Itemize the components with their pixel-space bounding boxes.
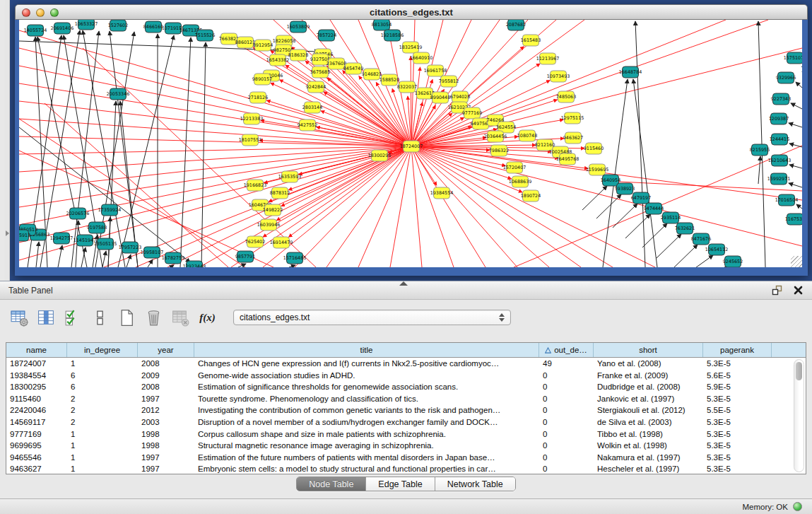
- graph-node[interactable]: 9857791: [235, 251, 255, 262]
- table-row[interactable]: 977716911998Corpus callosum shape and si…: [6, 428, 806, 440]
- split-pane-grip[interactable]: [399, 281, 408, 286]
- graph-node[interactable]: 16782759: [162, 252, 185, 264]
- zoom-window-button[interactable]: [50, 8, 59, 17]
- minimize-window-button[interactable]: [36, 8, 45, 17]
- graph-node[interactable]: 16039946: [257, 219, 281, 230]
- graph-node[interactable]: 16210643: [768, 155, 792, 166]
- delete-table-icon[interactable]: [144, 308, 163, 327]
- graph-node[interactable]: 10973493: [547, 71, 570, 82]
- graph-node[interactable]: 16648784: [619, 66, 642, 78]
- graph-node[interactable]: 8454749: [343, 63, 363, 74]
- graph-node[interactable]: 6479197: [631, 192, 651, 204]
- graph-node[interactable]: 10688639: [509, 176, 532, 187]
- graph-node[interactable]: 1527602: [108, 20, 128, 31]
- graph-node[interactable]: 7625402: [245, 236, 265, 247]
- graph-node[interactable]: 1615483: [521, 35, 541, 46]
- graph-node[interactable]: 18325419: [399, 42, 423, 53]
- graph-node[interactable]: 11599695: [586, 164, 609, 175]
- graph-node[interactable]: 18107553: [239, 134, 262, 146]
- graph-node[interactable]: 8912954: [253, 40, 273, 51]
- table-settings-icon[interactable]: [10, 308, 29, 327]
- graph-node[interactable]: 17359924: [98, 204, 122, 216]
- graph-node[interactable]: 20053346: [107, 88, 130, 100]
- graph-node[interactable]: 15992971: [767, 173, 791, 185]
- float-panel-icon[interactable]: [772, 285, 782, 296]
- graph-node[interactable]: 7857224: [317, 30, 336, 41]
- select-columns-icon[interactable]: [37, 308, 56, 327]
- table-row[interactable]: 946554611997Estimation of the future num…: [6, 452, 806, 464]
- column-header-in_degree[interactable]: in_degree: [67, 343, 138, 357]
- graph-node[interactable]: 9242844: [306, 81, 326, 93]
- graph-node[interactable]: 17957223: [119, 242, 142, 253]
- graph-node[interactable]: 6794028: [450, 91, 470, 103]
- graph-node[interactable]: 13505135: [94, 238, 117, 250]
- close-panel-icon[interactable]: [793, 285, 804, 296]
- table-vertical-scrollbar[interactable]: [794, 359, 804, 472]
- graph-node[interactable]: 16640910: [410, 52, 433, 64]
- graph-node[interactable]: 20691406: [51, 23, 74, 34]
- graph-node[interactable]: 7986322: [489, 145, 509, 156]
- graph-node[interactable]: 9474444: [644, 203, 664, 214]
- close-window-button[interactable]: [22, 8, 30, 17]
- graph-node[interactable]: 9463627: [563, 132, 583, 144]
- table-row[interactable]: 969969511998Structural magnetic resonanc…: [6, 440, 806, 452]
- table-panel-header[interactable]: Table Panel: [0, 281, 812, 300]
- graph-node[interactable]: 8215955: [750, 144, 770, 156]
- graph-node[interactable]: 8471676: [691, 233, 711, 245]
- graph-node[interactable]: 20206576: [66, 208, 90, 219]
- graph-node[interactable]: 15716485: [283, 252, 307, 264]
- table-row[interactable]: 1456911722003Disruption of a novel membe…: [6, 416, 806, 428]
- graph-node[interactable]: 12942757: [50, 233, 73, 244]
- function-builder-icon[interactable]: f(x): [198, 308, 217, 327]
- graph-node[interactable]: 16543382: [266, 54, 290, 66]
- table-row[interactable]: 2242004622012Investigating the contribut…: [6, 404, 806, 416]
- graph-node[interactable]: 18724007: [400, 141, 423, 152]
- table-row[interactable]: 1938455462009Genome-wide association stu…: [6, 370, 806, 382]
- network-canvas[interactable]: 1872400776638228860123891295418226058982…: [19, 20, 802, 267]
- graph-node[interactable]: 9197588: [87, 222, 107, 233]
- graph-node[interactable]: 5938923: [615, 183, 635, 194]
- graph-node[interactable]: 9427552: [298, 119, 317, 131]
- graph-node[interactable]: 14055724: [24, 25, 47, 36]
- graph-node[interactable]: 16495768: [556, 153, 579, 165]
- graph-node[interactable]: 2718126: [248, 92, 268, 103]
- column-header-name[interactable]: name: [6, 343, 67, 357]
- graph-node[interactable]: 2935114: [661, 212, 681, 223]
- graph-node[interactable]: 10654112: [705, 244, 729, 255]
- select-rows-check-icon[interactable]: [64, 308, 83, 327]
- network-window-titlebar[interactable]: citations_edges.txt: [15, 4, 808, 20]
- graph-node[interactable]: 11213967: [536, 53, 560, 64]
- column-header-pagerank[interactable]: pagerank: [703, 343, 772, 357]
- column-header-short[interactable]: short: [594, 343, 703, 357]
- graph-node[interactable]: 7955812: [439, 76, 459, 87]
- graph-node[interactable]: 9777169: [462, 107, 482, 119]
- graph-node[interactable]: 9329966: [776, 72, 796, 83]
- graph-node[interactable]: 3675685: [310, 66, 330, 78]
- graph-node[interactable]: 16053809: [287, 21, 310, 33]
- tab-network-table[interactable]: Network Table: [435, 477, 515, 491]
- graph-node[interactable]: 1209387: [769, 113, 789, 124]
- graph-node[interactable]: 1167533: [785, 214, 802, 225]
- panel-collapse-arrow-icon[interactable]: [6, 230, 9, 236]
- tab-node-table[interactable]: Node Table: [297, 477, 366, 491]
- graph-node[interactable]: 16961758: [424, 65, 447, 76]
- graph-node[interactable]: 9115460: [584, 143, 604, 154]
- graph-node[interactable]: 15751074: [784, 52, 802, 64]
- graph-node[interactable]: 7632621: [675, 223, 695, 234]
- new-table-icon[interactable]: [117, 308, 136, 327]
- graph-node[interactable]: 8466160: [143, 21, 163, 33]
- graph-node[interactable]: 10653327: [75, 20, 98, 30]
- graph-node[interactable]: 12213383: [240, 113, 264, 124]
- graph-node[interactable]: 19166823: [244, 180, 267, 191]
- graph-node[interactable]: 7485063: [556, 91, 576, 103]
- graph-node[interactable]: 8878312: [270, 187, 290, 199]
- graph-node[interactable]: 8990448: [430, 92, 450, 103]
- table-select-dropdown[interactable]: citations_edges.txt: [233, 310, 511, 325]
- graph-node[interactable]: 19384554: [430, 187, 454, 199]
- graph-node[interactable]: 16914479: [270, 237, 293, 248]
- column-header-year[interactable]: year: [138, 343, 194, 357]
- table-row[interactable]: 946362711997Embryonic stem cells: a mode…: [6, 463, 806, 474]
- graph-node[interactable]: 20364456: [484, 131, 507, 142]
- column-header-out_de[interactable]: out_de…: [539, 343, 594, 357]
- row-height-icon[interactable]: [90, 308, 110, 327]
